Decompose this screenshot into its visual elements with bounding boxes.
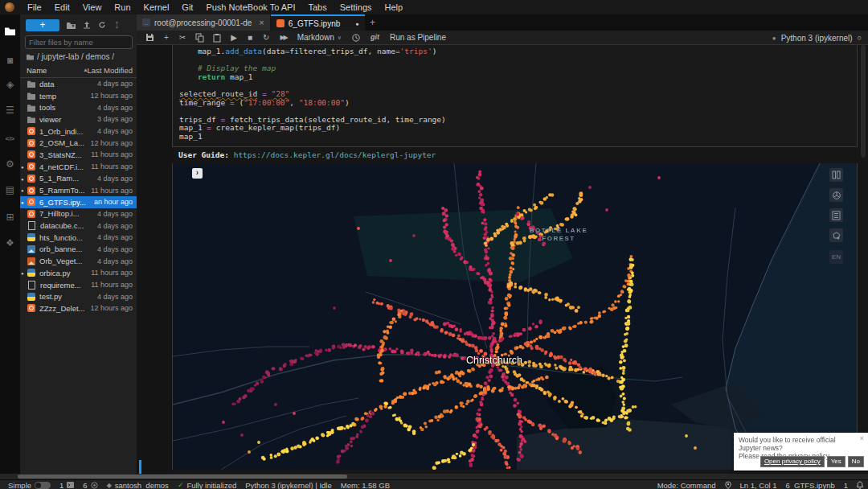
active-file-name[interactable]: 6_GTFS.ipynb	[785, 481, 834, 489]
menu-item-view[interactable]: View	[76, 0, 108, 14]
vertical-scrollbar[interactable]	[861, 45, 866, 158]
menu-item-help[interactable]: Help	[379, 0, 410, 14]
file-name[interactable]: 5_RammTo...	[39, 186, 91, 195]
restart-icon[interactable]: ↻	[263, 34, 269, 42]
breadcrumb[interactable]: / jupyter-lab / demos /	[27, 52, 114, 61]
cut-icon[interactable]: ✂	[179, 34, 186, 42]
file-name[interactable]: 7_Hilltop.i...	[39, 209, 97, 218]
file-row-1Orbindi[interactable]: 1_Orb_indi...4 days ago	[20, 125, 137, 138]
file-name[interactable]: requireme...	[40, 281, 91, 290]
file-row-tools[interactable]: tools4 days ago	[20, 101, 137, 113]
editor-mode[interactable]: Mode: Command	[657, 481, 716, 489]
kernel-indicator[interactable]: ● Python 3 (ipykernel) ○	[772, 31, 862, 45]
column-name[interactable]: Name	[27, 66, 47, 75]
column-last-modified[interactable]: Last Modified	[87, 66, 133, 75]
kernel-settings-icon[interactable]: ●	[772, 35, 776, 42]
toggle-3d-icon[interactable]	[829, 188, 843, 202]
tab-label[interactable]: root@processing-00001-de	[154, 18, 252, 27]
kernel-name[interactable]: Python 3 (ipykernel)	[781, 34, 853, 43]
extension-manager-icon[interactable]: ⚙	[0, 155, 20, 173]
history-clock-icon[interactable]	[352, 34, 360, 42]
file-row-orbicapy[interactable]: ●orbica.py11 hours ago	[20, 267, 137, 279]
file-name[interactable]: Orb_Veget...	[39, 257, 97, 265]
notification-count[interactable]: 1	[844, 481, 848, 489]
file-name[interactable]: 2_OSM_La...	[39, 138, 90, 147]
stop-icon[interactable]: ■	[248, 34, 252, 42]
menu-item-file[interactable]: File	[21, 0, 48, 14]
new-launcher-button[interactable]: +	[26, 19, 59, 31]
simple-mode-toggle[interactable]	[35, 482, 51, 489]
menu-item-settings[interactable]: Settings	[334, 0, 379, 14]
file-filter-input[interactable]	[26, 38, 138, 47]
file-name[interactable]: 1_Orb_indi...	[39, 127, 97, 136]
no-button[interactable]: No	[848, 456, 864, 467]
code-snippets-icon[interactable]: </>	[0, 129, 20, 147]
file-row-testpy[interactable]: test.py4 days ago	[20, 290, 137, 302]
output-link[interactable]: https://docs.kepler.gl/docs/keplergl-jup…	[234, 150, 436, 159]
file-row-viewer[interactable]: viewer3 days ago	[20, 113, 137, 125]
menu-item-git[interactable]: Git	[175, 0, 199, 14]
menu-item-tabs[interactable]: Tabs	[302, 0, 334, 14]
file-name[interactable]: temp	[39, 92, 90, 101]
bell-icon[interactable]	[857, 482, 863, 489]
new-folder-icon[interactable]	[67, 21, 76, 29]
new-tab-button[interactable]: +	[365, 14, 381, 31]
file-name[interactable]: datacube.c...	[40, 221, 97, 230]
file-row-51Ram[interactable]: ●5_1_Ram...4 days ago	[20, 173, 137, 185]
file-list-header[interactable]: Name ▲ Last Modified	[20, 64, 137, 78]
cell-type-value[interactable]: Markdown	[297, 33, 334, 42]
git-branch[interactable]: ◆santosh_demos	[107, 481, 169, 489]
menu-item-edit[interactable]: Edit	[48, 0, 76, 14]
file-name[interactable]: hts_functio...	[39, 233, 97, 242]
tab-terminal[interactable]: _ root@processing-00001-de ×	[137, 14, 271, 31]
file-name[interactable]: orb_banne...	[39, 244, 97, 253]
paste-icon[interactable]	[214, 34, 220, 42]
file-name[interactable]: tools	[39, 103, 97, 112]
legend-icon[interactable]	[829, 208, 843, 222]
close-icon[interactable]: ×	[259, 18, 264, 27]
terminal-count[interactable]: 1	[59, 481, 74, 489]
file-row-requireme[interactable]: requireme...11 hours ago	[20, 279, 137, 291]
code-editor[interactable]: map_1.add_data(data=filtered_trips_df, n…	[173, 45, 857, 142]
file-name[interactable]: orbica.py	[39, 269, 91, 277]
file-filter-box[interactable]	[25, 35, 133, 49]
puzzle-extensions-icon[interactable]: ❖	[0, 234, 20, 252]
file-name[interactable]: data	[39, 80, 97, 88]
save-icon[interactable]	[146, 34, 154, 41]
yes-button[interactable]: Yes	[827, 456, 845, 467]
git-icon[interactable]: git	[371, 34, 379, 41]
open-privacy-policy-button[interactable]: Open privacy policy	[760, 456, 825, 467]
copy-icon[interactable]	[196, 34, 203, 42]
file-row-6GTFSipy[interactable]: ●6_GTFS.ipy...an hour ago	[20, 196, 137, 208]
kernel-status[interactable]: Python 3 (ipykernel) | Idle	[245, 481, 332, 489]
file-name[interactable]: 5_1_Ram...	[39, 174, 97, 183]
file-row-OrbVeget[interactable]: Orb_Veget...4 days ago	[20, 255, 137, 267]
file-name[interactable]: viewer	[39, 115, 97, 124]
file-row-4netCDFi[interactable]: ●4_netCDF.i...11 hours ago	[20, 161, 137, 173]
kernel-inspector-icon[interactable]: ◈	[0, 76, 20, 93]
file-row-data[interactable]: data4 days ago	[20, 78, 137, 90]
location-pin-icon[interactable]	[725, 482, 731, 489]
cursor-position[interactable]: Ln 1, Col 1	[740, 481, 777, 489]
tab-notebook[interactable]: 6_GTFS.ipynb ●	[271, 14, 365, 31]
tab-label[interactable]: 6_GTFS.ipynb	[289, 19, 340, 28]
file-row-3StatsNZ[interactable]: 3_StatsNZ...11 hours ago	[20, 149, 137, 161]
menu-item-push-notebook-to-api[interactable]: Push NoteBook To API	[199, 0, 301, 14]
scrollbar-thumb[interactable]	[18, 475, 347, 479]
kepler-map-output[interactable]: BOTTLE LAKEFOREST Christchurch › EN	[172, 163, 858, 470]
file-name[interactable]: 4_netCDF.i...	[39, 162, 91, 171]
file-browser-icon[interactable]	[0, 22, 20, 39]
table-of-contents-icon[interactable]: ☰	[0, 101, 20, 119]
insert-cell-icon[interactable]: +	[164, 34, 169, 42]
file-row-2OSMLa[interactable]: 2_OSM_La...12 hours ago	[20, 137, 137, 149]
cell-type-dropdown[interactable]: Markdown ∨	[297, 33, 342, 42]
upload-icon[interactable]	[83, 21, 91, 29]
widgets-icon[interactable]: ⊞	[0, 208, 20, 226]
run-as-pipeline-button[interactable]: Run as Pipeline	[390, 33, 446, 42]
code-cell[interactable]: map_1.add_data(data=filtered_trips_df, n…	[172, 45, 858, 147]
restart-run-all-icon[interactable]: ▶▶	[280, 35, 286, 41]
running-sessions-icon[interactable]: ◙	[0, 51, 20, 69]
file-row-datacubec[interactable]: datacube.c...4 days ago	[20, 220, 137, 232]
dashboard-icon[interactable]: ▤	[0, 181, 20, 199]
draw-polygon-icon[interactable]	[829, 228, 843, 242]
